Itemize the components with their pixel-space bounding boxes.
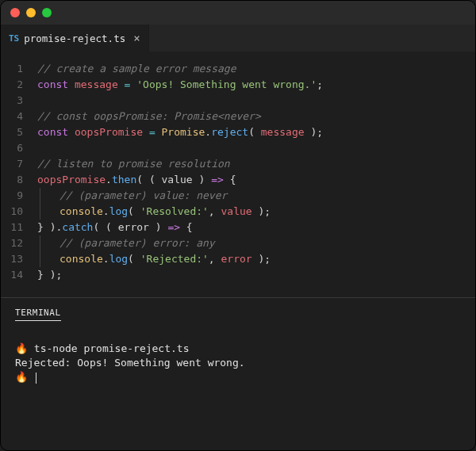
code-line: } );: [37, 267, 475, 283]
terminal-prompt-icon: 🔥: [15, 371, 28, 383]
code-line: console.log( 'Rejected:', error );: [37, 251, 475, 267]
close-icon[interactable]: ×: [133, 32, 140, 44]
window-close-button[interactable]: [10, 8, 20, 17]
code-editor[interactable]: 1 2 3 4 5 6 7 8 9 10 11 12 13 14 // crea…: [1, 52, 475, 297]
code-line: [37, 140, 475, 156]
terminal-prompt-icon: 🔥: [15, 342, 28, 354]
line-number: 12: [1, 235, 23, 251]
line-number: 5: [1, 124, 23, 140]
line-number-gutter: 1 2 3 4 5 6 7 8 9 10 11 12 13 14: [1, 61, 37, 283]
code-content[interactable]: // create a sample error message const m…: [37, 61, 475, 283]
line-number: 9: [1, 188, 23, 204]
code-line: const message = 'Oops! Something went wr…: [37, 77, 475, 93]
typescript-icon: TS: [9, 33, 19, 44]
tab-filename: promise-reject.ts: [24, 32, 125, 44]
code-line: // create a sample error message: [37, 61, 475, 77]
line-number: 2: [1, 77, 23, 93]
line-number: 11: [1, 220, 23, 235]
code-line: } ).catch( ( error ) => {: [37, 220, 475, 235]
line-number: 7: [1, 156, 23, 172]
tab-promise-reject[interactable]: TS promise-reject.ts ×: [1, 25, 149, 52]
line-number: 3: [1, 93, 23, 109]
terminal-tab[interactable]: TERMINAL: [15, 308, 61, 321]
terminal-panel: TERMINAL 🔥 ts-node promise-reject.ts Rej…: [1, 298, 475, 399]
line-number: 8: [1, 172, 23, 188]
line-number: 10: [1, 204, 23, 220]
code-line: // listen to promise resolution: [37, 156, 475, 172]
line-number: 4: [1, 109, 23, 124]
code-line: oopsPromise.then( ( value ) => {: [37, 172, 475, 188]
window-maximize-button[interactable]: [42, 8, 52, 17]
line-number: 1: [1, 61, 23, 77]
terminal-cursor: [36, 373, 36, 384]
titlebar: [1, 1, 475, 25]
window-minimize-button[interactable]: [26, 8, 36, 17]
tab-bar: TS promise-reject.ts ×: [1, 25, 475, 52]
line-number: 6: [1, 140, 23, 156]
terminal-output[interactable]: 🔥 ts-node promise-reject.ts Rejected: Oo…: [15, 342, 461, 384]
terminal-command: ts-node promise-reject.ts: [34, 342, 190, 354]
code-line: console.log( 'Resolved:', value );: [37, 204, 475, 220]
line-number: 13: [1, 251, 23, 267]
code-line: // (parameter) error: any: [37, 235, 475, 251]
code-line: [37, 93, 475, 109]
line-number: 14: [1, 267, 23, 283]
code-line: // (parameter) value: never: [37, 188, 475, 204]
terminal-line: Rejected: Oops! Something went wrong.: [15, 357, 245, 369]
code-line: // const oopsPromise: Promise<never>: [37, 109, 475, 124]
code-line: const oopsPromise = Promise.reject( mess…: [37, 124, 475, 140]
